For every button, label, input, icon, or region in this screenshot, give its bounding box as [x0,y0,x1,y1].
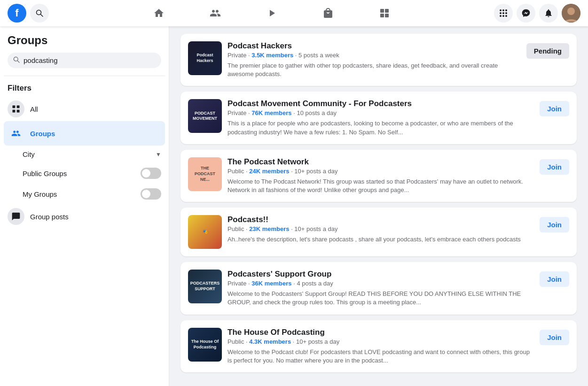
join-button[interactable]: Join [540,330,569,345]
group-description: Ah..here's the description, let's share … [227,235,534,244]
top-navigation: f [0,0,588,26]
group-action: Join [540,328,569,345]
group-card: THE PODCAST NE... The Podcast Network Pu… [180,150,577,202]
svg-line-18 [17,61,19,62]
svg-point-11 [505,12,507,14]
search-bar[interactable] [8,53,161,68]
groups-nav-button[interactable] [358,2,411,24]
group-info: Podcast Movement Community - For Podcast… [227,99,534,136]
group-thumbnail: Podcast Hackers [188,41,222,75]
all-icon [8,100,24,117]
group-thumbnail: 🎭 [188,215,222,249]
public-groups-toggle[interactable] [141,168,161,179]
sub-filter-my-groups[interactable]: My Groups [15,184,165,204]
group-action: Join [540,157,569,175]
svg-point-10 [502,12,504,14]
svg-rect-2 [380,9,384,13]
group-name: The House Of Podcasting [227,328,534,337]
main-layout: Groups Filters All Groups [0,26,588,386]
apps-button[interactable] [494,4,513,23]
svg-point-8 [505,9,507,11]
sub-filter-city[interactable]: City ▼ [15,146,165,163]
nav-left: f [8,4,49,23]
filter-groups[interactable]: Groups [4,121,165,146]
thumbnail-text: PODCASTERS SUPPORT [188,279,222,293]
group-card: PODCASTERS SUPPORT Podcasters' Support G… [180,262,577,314]
nav-center [49,2,494,24]
thumbnail-text: PODCAST MOVEMENT [188,109,222,124]
group-thumbnail: THE PODCAST NE... [188,157,222,191]
filter-all[interactable]: All [4,97,165,121]
group-members: 4.3K members [249,338,291,345]
filters-label: Filters [4,78,165,97]
search-icon [13,56,20,64]
filter-group-posts-label: Group posts [30,213,69,221]
join-button[interactable]: Join [540,101,569,116]
group-members: 23K members [249,225,289,232]
svg-point-9 [500,12,502,14]
search-input[interactable] [24,56,156,64]
group-name: Podcast Movement Community - For Podcast… [227,99,534,108]
group-info: Podcasters' Support Group Private · 36K … [227,270,534,307]
watch-nav-button[interactable] [245,2,298,24]
join-button[interactable]: Join [540,271,569,287]
svg-rect-3 [385,9,389,13]
notifications-button[interactable] [539,4,558,23]
group-meta: Public · 23K members · 10+ posts a day [227,225,534,232]
svg-point-6 [500,9,502,11]
svg-rect-4 [380,14,384,17]
group-action: Pending [526,41,569,59]
svg-point-14 [505,15,507,17]
group-action: Join [540,270,569,287]
group-description: Welcome to The Podcast Network! This gro… [227,178,534,194]
svg-rect-19 [13,106,16,108]
my-groups-toggle[interactable] [141,188,161,200]
public-groups-label: Public Groups [23,170,67,178]
group-thumbnail: The House Of Podcasting [188,328,222,362]
join-button[interactable]: Join [540,217,569,232]
svg-rect-20 [17,106,20,108]
group-card: PODCAST MOVEMENT Podcast Movement Commun… [180,92,577,144]
group-name: Podcast Hackers [227,41,521,51]
group-info: The Podcast Network Public · 24K members… [227,157,534,194]
thumbnail-text: The House Of Podcasting [188,337,222,352]
search-button[interactable] [30,4,49,23]
group-members: 24K members [249,168,289,175]
group-name: Podcasters' Support Group [227,270,534,279]
filter-all-label: All [30,105,38,113]
group-action: Join [540,215,569,232]
group-description: Welcome to the Podcast club! For podcast… [227,348,534,365]
home-nav-button[interactable] [133,2,185,24]
my-groups-label: My Groups [23,190,57,198]
group-members: 36K members [251,280,291,287]
sub-filter-public-groups[interactable]: Public Groups [15,163,165,184]
svg-point-16 [567,8,575,15]
groups-content: Podcast Hackers Podcast Hackers Private … [169,26,588,386]
page-title: Groups [4,34,165,53]
group-description: Welcome to the Podcasters' Support Group… [227,290,534,307]
group-members: 3.5K members [251,52,293,59]
group-action: Join [540,99,569,116]
thumbnail-text: 🎭 [201,227,210,237]
group-description: The premier place to gather with other t… [227,62,521,78]
group-meta: Private · 76K members · 10 posts a day [227,109,534,116]
messenger-button[interactable] [517,4,535,23]
city-label: City [23,150,35,158]
marketplace-nav-button[interactable] [302,2,354,24]
nav-right [494,4,580,23]
group-meta: Public · 24K members · 10+ posts a day [227,168,534,175]
group-posts-icon [8,208,24,225]
group-description: This is a place for people who are podca… [227,119,534,136]
sub-filters: City ▼ Public Groups My Groups [4,146,165,204]
friends-nav-button[interactable] [189,2,242,24]
thumbnail-text: THE PODCAST NE... [188,164,222,184]
filter-group-posts[interactable]: Group posts [4,204,165,229]
user-avatar[interactable] [562,4,580,23]
pending-button[interactable]: Pending [526,43,569,59]
group-name: Podcasts!! [227,215,534,224]
join-button[interactable]: Join [540,159,569,175]
svg-rect-22 [17,110,20,113]
svg-rect-21 [13,110,16,113]
group-thumbnail: PODCASTERS SUPPORT [188,270,222,303]
facebook-logo[interactable]: f [8,4,26,23]
